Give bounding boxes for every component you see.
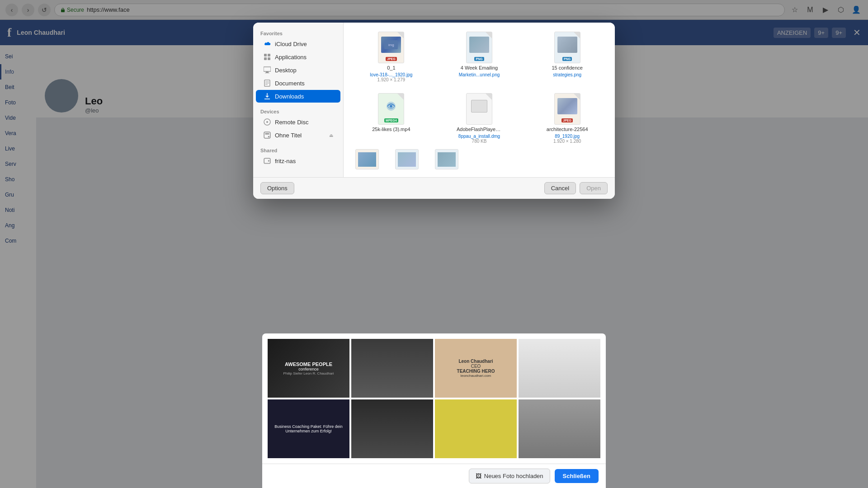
eject-icon[interactable]: ⏏ (329, 133, 333, 138)
applications-label: Applications (275, 54, 307, 61)
sidebar-item-ohne-titel[interactable]: Ohne Titel ⏏ (256, 129, 340, 141)
photo-grid: AWESOME PEOPLE conference Philip Siefer … (268, 339, 600, 458)
file-name2-2: Marketin...unnel.png (459, 72, 500, 77)
icloud-icon (263, 40, 271, 48)
file-picker-dialog: Favorites iCloud Drive Applications (253, 23, 615, 199)
svg-rect-4 (268, 57, 270, 60)
file-icon-jpeg-1: img JPEG (375, 32, 407, 63)
file-picker-sidebar: Favorites iCloud Drive Applications (253, 23, 344, 177)
remote-disc-label: Remote Disc (275, 119, 308, 126)
file-name2-1: love-318-..._1920.jpg (370, 72, 412, 77)
file-item[interactable]: AdobeFlashPlayer_2 8ppau_a_install.dmg 7… (437, 89, 522, 147)
photo-thumbnail[interactable] (519, 399, 600, 458)
photo-thumbnail[interactable]: AWESOME PEOPLE conference Philip Siefer … (268, 339, 349, 398)
file-picker-main: img JPEG 0_1 love-318-..._1920.jpg 1.920… (344, 23, 615, 177)
sidebar-item-icloud[interactable]: iCloud Drive (256, 38, 340, 50)
favorites-label: Favorites (253, 28, 343, 37)
svg-rect-6 (266, 71, 269, 73)
svg-point-19 (268, 160, 269, 161)
svg-rect-5 (264, 67, 271, 71)
photo-grid-container: AWESOME PEOPLE conference Philip Siefer … (262, 333, 606, 464)
desktop-label: Desktop (275, 67, 297, 74)
cancel-button[interactable]: Cancel (544, 182, 576, 194)
file-item[interactable]: PNG 4 Week Emailing Marketin...unnel.png (437, 28, 522, 86)
files-partial-row (349, 149, 609, 174)
sidebar-item-remote-disc[interactable]: Remote Disc (256, 116, 340, 128)
file-name-3: 15 confidence (552, 65, 583, 70)
sidebar-item-fritz-nas[interactable]: fritz-nas (256, 155, 340, 167)
file-item[interactable]: PNG 15 confidence strategies.png (525, 28, 609, 86)
file-icon-png-1: PNG (463, 32, 495, 63)
devices-label: Devices (253, 106, 343, 115)
svg-rect-7 (265, 73, 269, 73)
svg-rect-15 (264, 132, 270, 138)
file-icon-mp4: MPEG4 (375, 93, 407, 125)
documents-label: Documents (275, 80, 305, 87)
file-name-2: 4 Week Emailing (461, 65, 498, 70)
photo-thumbnail[interactable] (351, 399, 433, 458)
open-button[interactable]: Open (580, 182, 608, 194)
sidebar-item-desktop[interactable]: Desktop (256, 64, 340, 76)
nas-icon (263, 157, 271, 165)
upload-icon: 🖼 (476, 473, 481, 479)
file-name-6: architecture-22564 (547, 127, 588, 132)
file-size-5: 780 KB (472, 139, 487, 144)
file-picker-footer: Options Cancel Open (253, 177, 615, 199)
sidebar-item-applications[interactable]: Applications (256, 51, 340, 63)
file-item[interactable]: MPEG4 25k-likes (3).mp4 (349, 89, 434, 147)
files-grid: img JPEG 0_1 love-318-..._1920.jpg 1.920… (349, 28, 609, 147)
photo-selection-dialog: AWESOME PEOPLE conference Philip Siefer … (262, 333, 606, 488)
ohne-titel-label: Ohne Titel (275, 132, 302, 139)
disk-icon (263, 131, 271, 139)
remote-disc-icon (263, 118, 271, 126)
svg-rect-3 (264, 57, 267, 60)
svg-point-17 (268, 136, 269, 137)
fritz-nas-label: fritz-nas (275, 158, 296, 164)
file-name2-3: strategies.png (553, 72, 581, 77)
upload-photo-button[interactable]: 🖼 Neues Foto hochladen (469, 469, 550, 483)
file-icon-jpeg-2: JPEG (552, 93, 583, 125)
photo-thumbnail[interactable] (435, 399, 517, 458)
sidebar-item-documents[interactable]: Documents (256, 77, 340, 89)
photo-thumbnail[interactable]: Business Coaching Paket: Führe dein Unte… (268, 399, 349, 458)
svg-rect-1 (264, 54, 267, 56)
file-dims-1: 1.920 × 1.279 (377, 77, 405, 82)
file-icon-dmg (463, 93, 495, 125)
file-item[interactable]: img JPEG 0_1 love-318-..._1920.jpg 1.920… (349, 28, 434, 86)
downloads-label: Downloads (275, 93, 304, 100)
file-name-4: 25k-likes (3).mp4 (372, 127, 410, 132)
file-name2-6: 89_1920.jpg (555, 134, 580, 139)
svg-rect-2 (268, 54, 270, 56)
photo-thumbnail[interactable]: Leon Chaudhari CEO TEACHING HERO leoncha… (435, 339, 517, 398)
sidebar-item-downloads[interactable]: Downloads (256, 90, 340, 103)
options-button[interactable]: Options (260, 182, 294, 194)
file-icon-png-2: PNG (552, 32, 583, 63)
close-dialog-button[interactable]: Schließen (555, 469, 599, 483)
file-dims-6: 1.920 × 1.280 (553, 139, 581, 144)
file-picker-body: Favorites iCloud Drive Applications (253, 23, 615, 177)
file-name-5: AdobeFlashPlayer_2 (457, 127, 502, 132)
photo-thumbnail[interactable] (519, 339, 600, 398)
applications-icon (263, 53, 271, 61)
icloud-drive-label: iCloud Drive (275, 41, 307, 47)
svg-point-21 (390, 105, 392, 108)
svg-rect-16 (265, 133, 269, 134)
downloads-icon (263, 92, 271, 100)
file-name-1: 0_1 (387, 65, 395, 70)
desktop-icon (263, 66, 271, 74)
shared-label: Shared (253, 145, 343, 154)
file-name2-5: 8ppau_a_install.dmg (458, 134, 500, 139)
svg-point-14 (266, 121, 268, 123)
file-item[interactable]: JPEG architecture-22564 89_1920.jpg 1.92… (525, 89, 609, 147)
photo-dialog-footer: 🖼 Neues Foto hochladen Schließen (262, 464, 606, 488)
photo-thumbnail[interactable] (351, 339, 433, 398)
documents-icon (263, 79, 271, 87)
